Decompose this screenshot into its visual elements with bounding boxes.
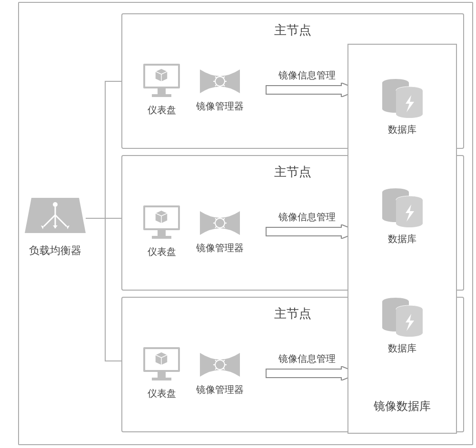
database-icon bbox=[380, 78, 425, 118]
monitor-icon bbox=[141, 62, 182, 99]
svg-rect-28 bbox=[152, 236, 171, 239]
database-label: 数据库 bbox=[348, 123, 456, 136]
mirror-db-region-label: 镜像数据库 bbox=[348, 399, 456, 414]
connector-line bbox=[105, 81, 106, 361]
arrow-label: 镜像信息管理 bbox=[265, 352, 360, 365]
dashboard: 仪表盘 bbox=[141, 204, 182, 258]
monitor-icon bbox=[141, 204, 182, 241]
database-label: 数据库 bbox=[348, 233, 456, 245]
manager-icon bbox=[196, 209, 244, 237]
database-icon bbox=[380, 297, 425, 337]
database: 数据库 bbox=[348, 78, 456, 136]
manager-label: 镜像管理器 bbox=[196, 242, 244, 254]
arrow-block: 镜像信息管理 bbox=[265, 211, 360, 241]
arrow-icon bbox=[265, 83, 360, 97]
manager-label: 镜像管理器 bbox=[196, 100, 244, 113]
mirror-manager: 镜像管理器 bbox=[196, 209, 244, 254]
svg-rect-11 bbox=[152, 94, 171, 97]
arrow-icon bbox=[265, 224, 360, 239]
arrow-block: 镜像信息管理 bbox=[265, 352, 360, 382]
arrow-label: 镜像信息管理 bbox=[265, 211, 360, 224]
dashboard-label: 仪表盘 bbox=[141, 245, 182, 258]
load-balancer-label: 负载均衡器 bbox=[18, 243, 92, 258]
svg-rect-10 bbox=[158, 88, 166, 94]
svg-point-64 bbox=[396, 110, 423, 118]
connector-line bbox=[105, 218, 122, 219]
arrow-block: 镜像信息管理 bbox=[265, 69, 360, 99]
monitor-icon bbox=[141, 345, 182, 382]
mirror-manager: 镜像管理器 bbox=[196, 68, 244, 113]
arrow-label: 镜像信息管理 bbox=[265, 69, 360, 82]
dashboard: 仪表盘 bbox=[141, 345, 182, 400]
svg-point-70 bbox=[396, 220, 423, 227]
dashboard-label: 仪表盘 bbox=[141, 387, 182, 400]
database-icon bbox=[380, 187, 425, 228]
mirror-manager: 镜像管理器 bbox=[196, 351, 244, 396]
svg-point-0 bbox=[53, 202, 58, 207]
svg-rect-45 bbox=[152, 378, 171, 380]
mirror-db-region: 数据库 数据库 数据库 镜像数据库 bbox=[347, 44, 457, 434]
load-balancer-icon bbox=[22, 194, 89, 237]
load-balancer: 负载均衡器 bbox=[18, 194, 92, 258]
manager-label: 镜像管理器 bbox=[196, 383, 244, 396]
node-title: 主节点 bbox=[122, 22, 463, 39]
dashboard: 仪表盘 bbox=[141, 62, 182, 117]
connector-line bbox=[105, 81, 122, 82]
svg-rect-44 bbox=[158, 372, 166, 378]
database: 数据库 bbox=[348, 297, 456, 355]
svg-point-76 bbox=[396, 329, 423, 337]
dashboard-label: 仪表盘 bbox=[141, 104, 182, 117]
manager-icon bbox=[196, 68, 244, 95]
connector-line bbox=[105, 360, 122, 361]
arrow-icon bbox=[265, 366, 360, 380]
database: 数据库 bbox=[348, 187, 456, 245]
database-label: 数据库 bbox=[348, 342, 456, 355]
manager-icon bbox=[196, 351, 244, 379]
svg-rect-27 bbox=[158, 230, 166, 236]
